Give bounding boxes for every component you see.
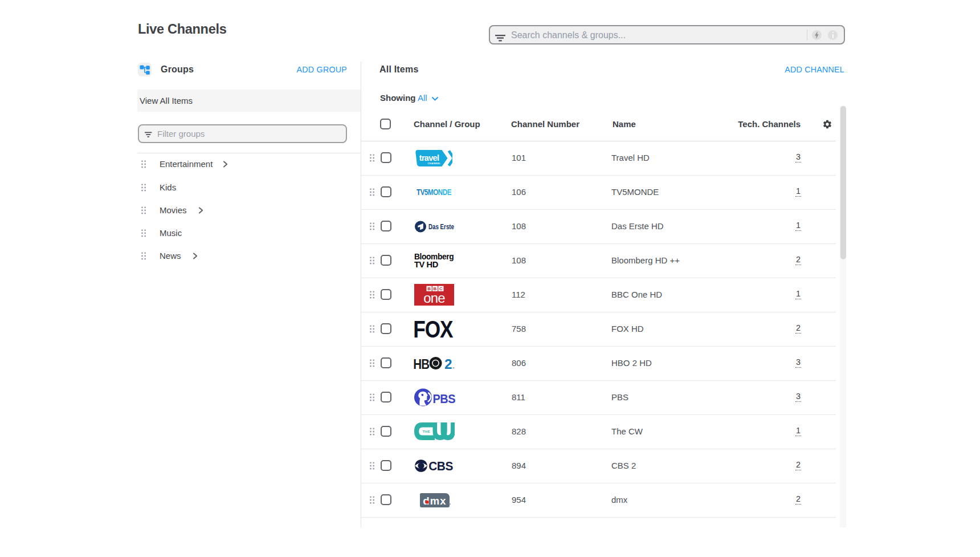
svg-text:THE: THE — [423, 430, 430, 433]
svg-text:Das Erste: Das Erste — [428, 223, 454, 231]
svg-text:PBS: PBS — [433, 392, 456, 406]
svg-text:travel: travel — [419, 153, 439, 162]
svg-text:TV5MONDE: TV5MONDE — [416, 188, 451, 197]
svg-text:one: one — [423, 290, 445, 306]
svg-text:TV HD: TV HD — [414, 260, 438, 269]
svg-text:FOX: FOX — [414, 320, 454, 338]
svg-text:CBS: CBS — [428, 460, 453, 472]
svg-text:HB: HB — [414, 356, 430, 370]
svg-text:2: 2 — [444, 356, 452, 370]
svg-text:CHANNEL: CHANNEL — [427, 162, 440, 165]
